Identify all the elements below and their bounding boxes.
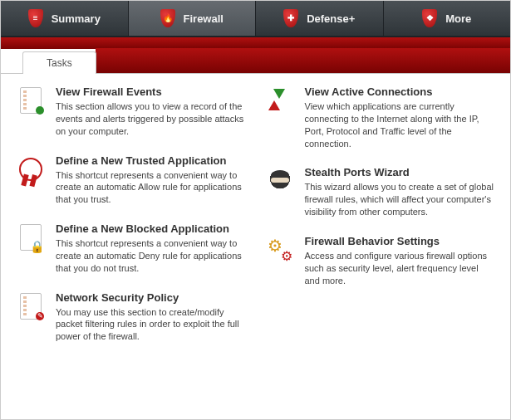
- task-title: Network Security Policy: [56, 291, 247, 304]
- shield-plus-icon: ✚: [283, 9, 300, 27]
- ribbon-icon: [16, 154, 46, 184]
- log-icon: [16, 85, 46, 115]
- subtab-row: Tasks: [1, 48, 510, 73]
- tab-label: More: [445, 12, 471, 25]
- task-title: Stealth Ports Wizard: [305, 166, 496, 178]
- shield-more-icon: ❖: [422, 9, 439, 27]
- task-view-firewall-events[interactable]: View Firewall Events This section allows…: [16, 85, 247, 138]
- task-desc: This section allows you to view a record…: [56, 100, 247, 138]
- task-title: Firewall Behavior Settings: [305, 235, 496, 247]
- task-desc: Access and configure various firewall op…: [305, 250, 496, 287]
- subtab-tasks[interactable]: Tasks: [22, 51, 96, 74]
- task-define-blocked-app[interactable]: Define a New Blocked Application This sh…: [16, 222, 247, 275]
- task-title: Define a New Trusted Application: [56, 154, 247, 167]
- stealth-icon: [265, 166, 295, 196]
- task-desc: You may use this section to create/modif…: [56, 306, 247, 344]
- task-network-security-policy[interactable]: Network Security Policy You may use this…: [16, 291, 247, 344]
- accent-bar: [1, 37, 510, 49]
- gears-icon: [265, 235, 295, 265]
- task-desc: View which applications are currently co…: [305, 100, 496, 149]
- left-column: View Firewall Events This section allows…: [16, 85, 247, 408]
- task-desc: This shortcut represents a convenient wa…: [56, 237, 247, 275]
- tab-more[interactable]: ❖ More: [384, 1, 511, 36]
- task-view-active-connections[interactable]: View Active Connections View which appli…: [265, 85, 496, 149]
- content-area: View Firewall Events This section allows…: [1, 73, 510, 419]
- tab-summary[interactable]: ≡ Summary: [1, 1, 129, 36]
- task-desc: This wizard allows you to create a set o…: [305, 181, 496, 218]
- task-desc: This shortcut represents a convenient wa…: [56, 169, 247, 207]
- right-column: View Active Connections View which appli…: [265, 85, 496, 408]
- lock-icon: [16, 222, 46, 252]
- subtab-fill: [96, 48, 510, 73]
- task-firewall-behavior-settings[interactable]: Firewall Behavior Settings Access and co…: [265, 235, 496, 287]
- task-title: View Firewall Events: [56, 85, 247, 98]
- connections-icon: [265, 85, 295, 115]
- tab-label: Firewall: [184, 12, 224, 25]
- main-tabbar: ≡ Summary 🔥 Firewall ✚ Defense+ ❖ More: [1, 1, 510, 37]
- shield-fire-icon: 🔥: [160, 9, 177, 27]
- tab-label: Defense+: [307, 12, 355, 25]
- tab-label: Summary: [52, 12, 101, 25]
- tab-defense[interactable]: ✚ Defense+: [256, 1, 384, 36]
- task-stealth-ports-wizard[interactable]: Stealth Ports Wizard This wizard allows …: [265, 166, 496, 218]
- task-title: View Active Connections: [305, 85, 496, 98]
- task-title: Define a New Blocked Application: [56, 222, 247, 235]
- firewall-window: ≡ Summary 🔥 Firewall ✚ Defense+ ❖ More T…: [0, 0, 511, 420]
- policy-icon: [16, 291, 46, 321]
- tab-firewall[interactable]: 🔥 Firewall: [129, 1, 257, 36]
- shield-icon: ≡: [28, 9, 45, 27]
- task-define-trusted-app[interactable]: Define a New Trusted Application This sh…: [16, 154, 247, 207]
